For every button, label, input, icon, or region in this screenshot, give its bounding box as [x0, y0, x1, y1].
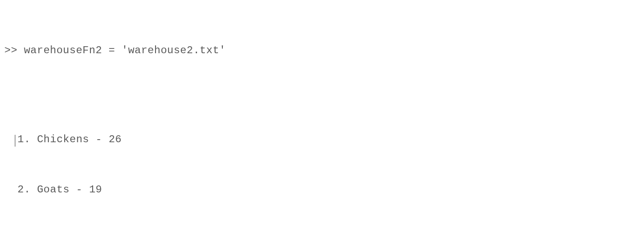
text-cursor-icon: [15, 135, 15, 146]
item1-num: 1: [17, 134, 24, 145]
console-line-item-1: 1. Chickens - 26: [4, 131, 640, 148]
code-console[interactable]: >> warehouseFn2 = 'warehouse2.txt' 1. Ch…: [0, 0, 644, 226]
console-line-item-2: 2. Goats - 19: [4, 181, 640, 198]
item1-rest: . Chickens - 26: [24, 134, 122, 145]
console-line-assign: >> warehouseFn2 = 'warehouse2.txt': [4, 42, 640, 59]
